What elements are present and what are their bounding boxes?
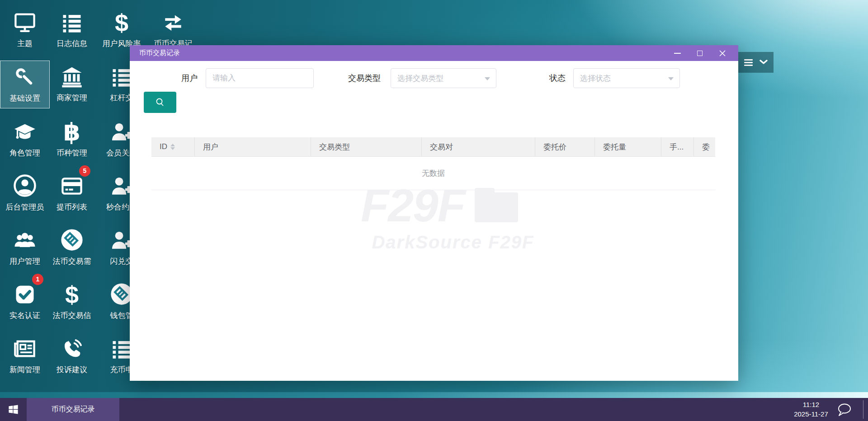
notification-badge: 5 [79, 165, 90, 177]
desktop-icon-label: 商家管理 [47, 93, 97, 103]
taskbar: 币币交易记录 11:12 2025-11-27 [0, 398, 868, 421]
column-header-label: 委 [702, 142, 710, 152]
people-icon [0, 224, 50, 253]
minimize-button[interactable] [666, 45, 689, 61]
bank-icon [47, 61, 97, 89]
show-desktop-divider[interactable] [863, 400, 863, 419]
window-title: 币币交易记录 [130, 49, 180, 57]
check-icon: 1 [0, 278, 50, 307]
speech-bubble-icon [836, 403, 853, 416]
status-select[interactable]: 选择状态 [573, 68, 680, 88]
emblem-icon [47, 224, 97, 253]
desktop-icon-backend-admin[interactable]: 后台管理员 [0, 170, 50, 218]
desktop-icon-label: 角色管理 [0, 148, 50, 158]
status-field-group: 状态 选择状态 [507, 68, 680, 88]
desktop-icon-role-management[interactable]: 角色管理 [0, 116, 50, 164]
desktop-icon-label: 日志信息 [47, 38, 97, 49]
desktop-icon-merchant-management[interactable]: 商家管理 [47, 61, 97, 108]
desktop-icon-label: 用户管理 [0, 256, 50, 267]
watermark-subtext: DarkSource F29F [335, 232, 543, 253]
search-icon [155, 97, 165, 108]
column-header-label: 用户 [203, 142, 218, 152]
maximize-icon [697, 51, 703, 56]
desktop-icon-complaint-suggest[interactable]: 投诉建议 [47, 332, 97, 380]
user-input[interactable] [212, 74, 307, 83]
table-header-row: ID用户交易类型交易对委托价委托量手...委 [151, 137, 715, 157]
graduation-icon [0, 116, 50, 145]
notification-badge: 1 [32, 274, 43, 285]
exchange-icon [148, 6, 198, 35]
column-header-label: ID [160, 142, 167, 151]
trade-type-field-group: 交易类型 选择交易类型 [322, 68, 496, 88]
clock-time: 11:12 [788, 400, 835, 409]
user-label: 用户 [157, 73, 198, 84]
desktop-icon-coin-type-management[interactable]: ฿币种管理 [47, 116, 97, 164]
status-label: 状态 [507, 73, 566, 84]
phone-icon [47, 332, 97, 361]
desktop-icon-basic-settings[interactable]: 基础设置 [0, 61, 50, 108]
table-column-header: 交易类型 [311, 137, 422, 156]
caret-down-icon [485, 77, 490, 80]
records-table: ID用户交易类型交易对委托价委托量手...委 无数据 [151, 137, 715, 190]
table-column-header: 委 [694, 137, 715, 156]
table-column-header: 用户 [195, 137, 311, 156]
taskbar-task-label: 币币交易记录 [52, 405, 95, 414]
desktop-icon-withdraw-list[interactable]: 5提币列表 [47, 170, 97, 218]
wrench-icon [0, 61, 49, 90]
window-title-bar[interactable]: 币币交易记录 [130, 45, 738, 61]
dollar-icon: $ [47, 278, 97, 307]
close-button[interactable] [711, 45, 734, 61]
close-icon [719, 50, 726, 56]
column-header-label: 交易类型 [319, 142, 350, 152]
dollar-icon: $ [97, 6, 146, 35]
caret-down-icon [668, 77, 674, 80]
table-column-header: 委托量 [595, 137, 661, 156]
clock-date: 2025-11-27 [788, 409, 835, 419]
bitcoin-icon: ฿ [47, 116, 97, 145]
desktop-icon-news-management[interactable]: 新闻管理 [0, 332, 50, 380]
person-circle-icon [0, 170, 50, 199]
table-column-header[interactable]: ID [151, 137, 195, 156]
column-header-label: 手... [670, 142, 684, 152]
desktop-menu-button[interactable] [738, 52, 774, 73]
column-header-label: 委托量 [603, 142, 626, 152]
desktop-icon-label: 后台管理员 [0, 202, 50, 212]
start-button[interactable] [0, 398, 26, 421]
desktop-icon-label: 主题 [0, 38, 50, 49]
trade-type-select[interactable]: 选择交易类型 [391, 68, 496, 88]
column-header-label: 交易对 [430, 142, 453, 152]
status-placeholder: 选择状态 [580, 73, 611, 84]
table-empty-state: 无数据 [151, 157, 715, 190]
minimize-icon [674, 53, 681, 54]
action-center-button[interactable] [835, 402, 854, 417]
desktop-icon-label: 法币交易信 [47, 310, 97, 321]
desktop-icon-fiat-trade-info[interactable]: $法币交易信 [47, 278, 97, 326]
desktop-icon-label: 新闻管理 [0, 365, 50, 375]
table-column-header: 手... [661, 137, 694, 156]
taskbar-active-task[interactable]: 币币交易记录 [27, 398, 119, 421]
desktop-icon-fiat-trade-demand[interactable]: 法币交易需 [47, 224, 97, 272]
folder-icon [475, 188, 518, 223]
list-icon [47, 6, 97, 35]
watermark: F29F DarkSource F29F [335, 181, 543, 253]
window-controls [666, 45, 734, 61]
table-column-header: 交易对 [422, 137, 535, 156]
user-field-group: 用户 [157, 68, 314, 88]
trade-type-placeholder: 选择交易类型 [397, 73, 443, 84]
desktop-icon-real-name-auth[interactable]: 1实名认证 [0, 278, 50, 326]
wallpaper-highlight [0, 392, 868, 398]
card-icon: 5 [47, 170, 97, 199]
desktop-icon-log-info[interactable]: 日志信息 [47, 6, 97, 54]
maximize-button[interactable] [689, 45, 711, 61]
trade-type-label: 交易类型 [322, 73, 381, 84]
app-window: 币币交易记录 用户 交易类型 选择交易类型 状态 选择状态 [130, 45, 738, 381]
search-button[interactable] [144, 92, 176, 113]
desktop-icon-theme[interactable]: 主题 [0, 6, 50, 54]
taskbar-clock[interactable]: 11:12 2025-11-27 [788, 400, 835, 419]
desktop-icon-label: 法币交易需 [47, 256, 97, 267]
chevron-down-icon [760, 58, 768, 66]
windows-logo-icon [7, 403, 19, 416]
sort-carets-icon[interactable] [170, 144, 175, 150]
desktop-icon-user-management[interactable]: 用户管理 [0, 224, 50, 272]
monitor-icon [0, 6, 50, 35]
